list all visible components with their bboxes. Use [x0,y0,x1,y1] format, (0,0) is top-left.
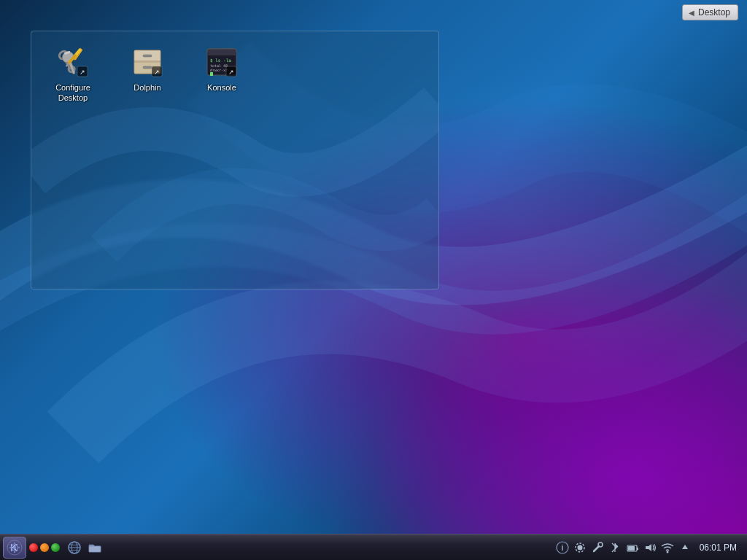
svg-line-40 [17,544,18,545]
tray-info-icon[interactable]: i [555,540,570,555]
svg-text:drwxr-xr: drwxr-xr [210,68,228,72]
system-tray: i [555,540,744,555]
svg-point-33 [13,546,16,549]
system-clock[interactable]: 06:01 PM [695,542,741,553]
svg-line-39 [17,550,18,551]
start-button[interactable]: K [3,537,26,559]
dot-red[interactable] [29,543,38,552]
tray-settings-icon[interactable] [573,540,587,555]
svg-rect-17 [143,66,152,69]
svg-rect-53 [637,548,638,550]
taskbar-globe-icon[interactable] [65,538,84,557]
dolphin-label: Dolphin [133,82,160,93]
svg-marker-55 [646,544,651,551]
desktop-icon-konsole[interactable]: $ ls -la total 48 drwxr-xr ↗ Konsole [189,40,255,97]
desktop-icon-dolphin[interactable]: ↗ Dolphin [115,40,180,97]
configure-desktop-label: ConfigureDesktop [55,82,90,104]
svg-rect-54 [628,546,635,551]
desktop-button-label: Desktop [698,7,730,18]
tray-tools-icon[interactable] [590,540,605,555]
konsole-label: Konsole [207,82,236,93]
taskbar-folder-icon[interactable] [85,538,104,557]
svg-line-50 [594,546,599,551]
svg-point-56 [666,551,668,553]
dot-orange[interactable] [40,543,49,552]
desktop: ↗ ConfigureDesktop [0,0,747,560]
tray-volume-up-icon[interactable] [678,540,692,555]
tray-bluetooth-icon[interactable] [608,540,622,555]
dolphin-icon-image: ↗ [130,44,165,79]
tray-volume-icon[interactable] [643,540,657,555]
svg-line-41 [12,550,12,551]
desktop-icon-configure[interactable]: ↗ ConfigureDesktop [40,40,106,108]
svg-text:↗: ↗ [228,69,234,76]
taskbar-dots [29,543,60,552]
svg-point-48 [577,545,582,550]
svg-text:i: i [561,544,563,552]
dot-green[interactable] [51,543,60,552]
svg-rect-16 [143,55,152,57]
taskbar: K [0,534,747,560]
svg-rect-23 [207,52,236,55]
desktop-button[interactable]: ◀ Desktop [682,4,738,20]
tray-battery-icon[interactable] [625,540,640,555]
tray-network-icon[interactable] [660,540,675,555]
desktop-icons-container: ↗ ConfigureDesktop [40,40,255,108]
svg-text:$ ls -la: $ ls -la [210,58,231,63]
svg-line-38 [12,544,12,545]
svg-marker-57 [682,545,688,549]
configure-desktop-icon-image: ↗ [55,44,90,79]
svg-rect-27 [210,72,213,76]
svg-point-51 [598,542,603,547]
konsole-icon-image: $ ls -la total 48 drwxr-xr ↗ [204,44,239,79]
svg-rect-45 [89,546,101,552]
desktop-button-arrow: ◀ [689,9,694,17]
svg-text:↗: ↗ [154,69,160,76]
svg-text:↗: ↗ [80,69,85,76]
